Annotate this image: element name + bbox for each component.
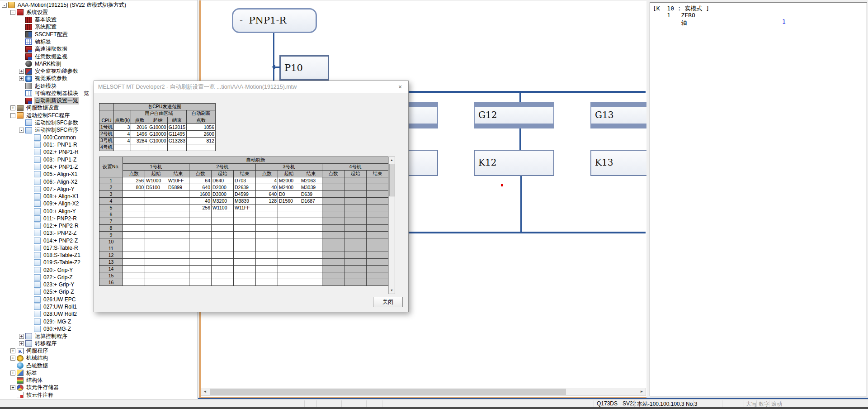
scroll-down-icon[interactable]: ▼	[389, 287, 395, 294]
tree-item[interactable]: 软元件注释	[0, 391, 198, 399]
tree-item[interactable]: +机械结构	[0, 355, 198, 362]
expand-toggle-icon[interactable]: +	[10, 348, 15, 353]
status-separator	[693, 400, 693, 407]
tree-item[interactable]: +伺服程序	[0, 347, 198, 354]
sfc-node-g13[interactable]: G13	[590, 102, 646, 128]
tree-item[interactable]: +运算控制程序	[0, 333, 198, 340]
tree-item[interactable]: +转移程序	[0, 340, 198, 347]
tree-item[interactable]: -系统设置	[0, 9, 198, 16]
tree-item[interactable]: MARK检测	[0, 60, 198, 67]
tree-item[interactable]: 凸轮数据	[0, 362, 198, 369]
close-icon[interactable]: ×	[396, 83, 404, 90]
tree-item[interactable]: +软元件存储器	[0, 384, 198, 391]
table-cell	[300, 204, 322, 211]
table-cell: 4	[114, 131, 131, 138]
expand-toggle-icon[interactable]: +	[19, 341, 24, 346]
table-cell	[322, 238, 344, 245]
close-button[interactable]: 关闭	[373, 297, 403, 307]
table-cell	[344, 191, 367, 198]
vision-icon	[25, 76, 32, 82]
table-cell: 点数	[189, 171, 212, 177]
tree-item[interactable]: 系统配置	[0, 24, 198, 31]
scrollbar-thumb[interactable]	[389, 164, 395, 196]
sfc-node-k13[interactable]: K13	[590, 150, 646, 176]
expand-toggle-icon[interactable]: -	[10, 10, 15, 15]
table-cell	[256, 259, 278, 266]
table-cell: 12	[99, 252, 123, 259]
scroll-right-icon[interactable]: ►	[638, 388, 646, 395]
table-cell	[322, 198, 344, 204]
table-cell: 起始	[148, 117, 167, 124]
table-cell	[131, 144, 148, 151]
page-icon	[34, 259, 41, 266]
tree-item[interactable]: 高速读取数据	[0, 46, 198, 53]
table-cell	[322, 225, 344, 232]
table-cell	[189, 252, 212, 259]
tree-item-label: 001:- PNP1-R	[42, 142, 78, 148]
table-cell: 8	[99, 225, 123, 232]
sfc-node-pnp1-r[interactable]: - PNP1-R	[232, 8, 317, 33]
table-vertical-scrollbar[interactable]: ▲ ▼	[388, 157, 395, 294]
sfc-node-k12[interactable]: K12	[474, 150, 554, 176]
table-cell	[300, 232, 322, 238]
table-cell	[278, 266, 300, 272]
expand-toggle-icon[interactable]: +	[19, 334, 24, 339]
table-cell	[300, 279, 322, 286]
tree-item[interactable]: SSCNET配置	[0, 31, 198, 38]
table-cell	[189, 272, 212, 279]
table-cell	[212, 218, 234, 225]
scrollbar-thumb[interactable]	[210, 389, 566, 395]
expand-toggle-icon[interactable]: +	[10, 356, 15, 361]
canvas-horizontal-scrollbar[interactable]: ◄ ►	[201, 388, 646, 396]
tree-item-label: 007:- Align-Y	[42, 186, 75, 192]
table-cell: D1687	[300, 198, 322, 204]
tree-item[interactable]: 030:+MG-Z	[0, 325, 198, 333]
dev-red-icon	[25, 46, 32, 52]
scroll-up-icon[interactable]: ▲	[389, 157, 395, 163]
expand-toggle-icon[interactable]: +	[19, 69, 24, 74]
sfc-connector-line	[520, 176, 522, 233]
tree-item[interactable]: 结构体	[0, 377, 198, 384]
table-cell: M2400	[278, 184, 300, 191]
tree-item-label: 机械结构	[25, 354, 49, 362]
table-cell	[256, 211, 278, 218]
table-cell: 点数	[131, 117, 148, 124]
tree-item-label: 高速读取数据	[34, 45, 68, 53]
tree-item[interactable]: +安全监视功能参数	[0, 67, 198, 75]
expand-toggle-icon[interactable]: -	[19, 128, 24, 133]
table-cell	[114, 144, 131, 151]
scroll-left-icon[interactable]: ◄	[201, 388, 209, 395]
tree-item[interactable]: 基本设置	[0, 16, 198, 24]
expand-toggle-icon[interactable]: -	[10, 113, 15, 118]
expand-toggle-icon[interactable]: +	[19, 76, 24, 81]
table-cell	[367, 279, 389, 286]
expand-toggle-icon[interactable]: +	[10, 105, 15, 110]
expand-toggle-icon[interactable]: +	[10, 371, 15, 376]
table-cell: G12015	[167, 124, 186, 131]
table-cell	[123, 232, 145, 238]
table-cell: 1号机	[123, 164, 189, 171]
table-cell	[322, 177, 344, 184]
table-cell	[123, 266, 145, 272]
calc-icon	[25, 333, 32, 339]
tree-item[interactable]: +标签	[0, 369, 198, 376]
table-cell	[256, 204, 278, 211]
table-cell: 起始	[344, 171, 367, 177]
table-cell	[256, 238, 278, 245]
table-cell	[189, 245, 212, 252]
tree-item[interactable]: 轴标签	[0, 38, 198, 45]
sfc-node-p10[interactable]: P10	[279, 55, 329, 81]
tree-item[interactable]: 029:- MG-Z	[0, 318, 198, 325]
table-cell: 结束	[167, 171, 189, 177]
folder-root-icon	[8, 2, 15, 8]
tree-item-label: 自动刷新设置一览	[34, 97, 79, 105]
table-cell: 4	[114, 138, 131, 144]
expand-toggle-icon[interactable]: -	[2, 3, 7, 8]
table-cell	[256, 225, 278, 232]
table-cell	[300, 225, 322, 232]
sfc-node-g12[interactable]: G12	[474, 102, 554, 128]
tree-item-label: 014:+ PNP2-Z	[42, 238, 79, 244]
tree-item[interactable]: -AAA-Motion(191215) (SV22 虚模式切换方式)	[0, 1, 198, 9]
expand-toggle-icon[interactable]: +	[10, 385, 15, 390]
tree-item[interactable]: 任意数据监视	[0, 53, 198, 60]
